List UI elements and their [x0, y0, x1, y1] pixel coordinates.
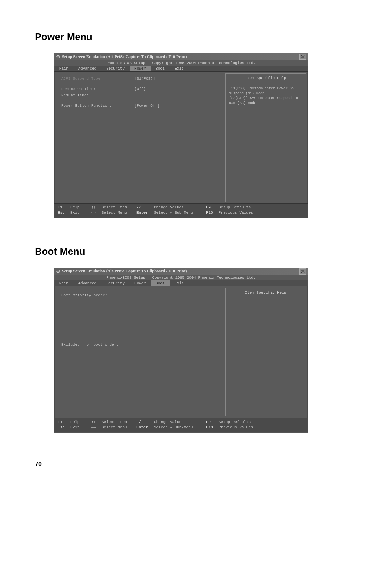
settings-panel: ACPI Suspend Type [S1(POS)] Resume On Ti…: [55, 72, 225, 203]
setting-resume-on-time[interactable]: Resume On Time: [Off]: [61, 87, 221, 91]
page-number: 70: [35, 461, 341, 468]
fkey-f1: F1: [58, 205, 70, 210]
setting-label: ACPI Suspend Type: [61, 77, 134, 81]
flabel-previous-values: Previous Values: [219, 425, 253, 430]
flabel-select-item: Select Item: [102, 205, 136, 210]
window-title: Setup Screen Emulation (Alt-PrtSc Captur…: [62, 54, 299, 59]
flabel-exit: Exit: [70, 210, 91, 215]
bios-window-boot: Setup Screen Emulation (Alt-PrtSc Captur…: [54, 268, 308, 433]
help-panel: Item Specific Help: [225, 288, 306, 416]
help-panel: Item Specific Help [S1(POS)]:System ente…: [225, 73, 306, 202]
fkey-plusminus: -/+: [136, 420, 154, 425]
tab-boot[interactable]: Boot: [151, 66, 170, 71]
tab-advanced[interactable]: Advanced: [73, 66, 101, 71]
help-title: Item Specific Help: [229, 291, 302, 295]
copyright: PhoenixBIOS Setup - Copyright 1985-2004 …: [54, 275, 308, 280]
fkey-enter: Enter: [136, 425, 154, 430]
setting-label: Resume On Time:: [61, 87, 134, 91]
titlebar: Setup Screen Emulation (Alt-PrtSc Captur…: [54, 53, 308, 60]
heading-boot: Boot Menu: [35, 246, 341, 257]
footer-bar: F1 Help ↑↓ Select Item -/+ Change Values…: [54, 203, 308, 218]
flabel-setup-defaults: Setup Defaults: [219, 205, 251, 210]
tab-exit[interactable]: Exit: [170, 280, 188, 286]
help-title: Item Specific Help: [229, 76, 302, 80]
titlebar: Setup Screen Emulation (Alt-PrtSc Captur…: [54, 268, 308, 275]
heading-power: Power Menu: [35, 31, 341, 42]
fkey-updown: ↑↓: [91, 420, 102, 425]
help-text: [S1(POS)]:System enter Power On Suspend …: [229, 86, 302, 106]
fkey-esc: Esc: [58, 210, 70, 215]
flabel-select-menu: Select Menu: [102, 425, 136, 430]
setting-label: Power Button Function:: [61, 104, 134, 108]
setting-value: [Power Off]: [134, 104, 160, 108]
fkey-updown: ↑↓: [91, 205, 102, 210]
setting-label: Resume Time:: [61, 93, 134, 97]
setting-power-button[interactable]: Power Button Function: [Power Off]: [61, 104, 221, 108]
fkey-f1: F1: [58, 420, 70, 425]
fkey-f10: F10: [206, 210, 219, 215]
tab-main[interactable]: Main: [54, 280, 73, 286]
tab-advanced[interactable]: Advanced: [73, 280, 101, 286]
tab-exit[interactable]: Exit: [170, 66, 188, 71]
boot-excluded-label: Excluded from boot order:: [61, 343, 221, 347]
fkey-f9: F9: [206, 420, 219, 425]
boot-priority-label: Boot priority order:: [61, 293, 221, 297]
flabel-change-values: Change Values: [154, 205, 206, 210]
menu-tabs: Main Advanced Security Power Boot Exit: [54, 280, 308, 286]
menu-tabs: Main Advanced Security Power Boot Exit: [54, 66, 308, 72]
tab-boot[interactable]: Boot: [151, 280, 170, 286]
fkey-leftright: ←→: [91, 210, 102, 215]
gear-icon: [56, 54, 61, 59]
tab-power[interactable]: Power: [130, 66, 151, 71]
copyright: PhoenixBIOS Setup - Copyright 1985-2004 …: [54, 60, 308, 66]
fkey-enter: Enter: [136, 210, 154, 215]
svg-point-3: [58, 271, 59, 272]
setting-value: [S1(POS)]: [134, 77, 155, 81]
tab-power[interactable]: Power: [130, 280, 151, 286]
close-icon: [301, 55, 305, 58]
fkey-f9: F9: [206, 205, 219, 210]
flabel-select-item: Select Item: [102, 420, 136, 425]
svg-point-1: [58, 56, 59, 57]
flabel-help: Help: [70, 420, 91, 425]
window-title: Setup Screen Emulation (Alt-PrtSc Captur…: [62, 269, 299, 274]
tab-security[interactable]: Security: [101, 280, 130, 286]
footer-bar: F1 Help ↑↓ Select Item -/+ Change Values…: [54, 418, 308, 432]
fkey-plusminus: -/+: [136, 205, 154, 210]
close-icon: [301, 270, 305, 273]
setting-acpi-suspend[interactable]: ACPI Suspend Type [S1(POS)]: [61, 77, 221, 81]
flabel-help: Help: [70, 205, 91, 210]
tab-main[interactable]: Main: [54, 66, 73, 71]
flabel-setup-defaults: Setup Defaults: [219, 420, 251, 425]
close-button[interactable]: [299, 268, 306, 275]
flabel-select-menu: Select Menu: [102, 210, 136, 215]
flabel-exit: Exit: [70, 425, 91, 430]
flabel-change-values: Change Values: [154, 420, 206, 425]
setting-resume-time[interactable]: Resume Time:: [61, 93, 221, 97]
fkey-f10: F10: [206, 425, 219, 430]
boot-panel: Boot priority order: Excluded from boot …: [55, 286, 225, 418]
gear-icon: [56, 269, 61, 274]
setting-value: [Off]: [134, 87, 146, 91]
fkey-leftright: ←→: [91, 425, 102, 430]
flabel-select-submenu: Select ▸ Sub-Menu: [154, 425, 206, 430]
tab-security[interactable]: Security: [101, 66, 130, 71]
close-button[interactable]: [299, 54, 306, 60]
fkey-esc: Esc: [58, 425, 70, 430]
flabel-select-submenu: Select ▸ Sub-Menu: [154, 210, 206, 215]
flabel-previous-values: Previous Values: [219, 210, 253, 215]
bios-window-power: Setup Screen Emulation (Alt-PrtSc Captur…: [54, 53, 308, 218]
